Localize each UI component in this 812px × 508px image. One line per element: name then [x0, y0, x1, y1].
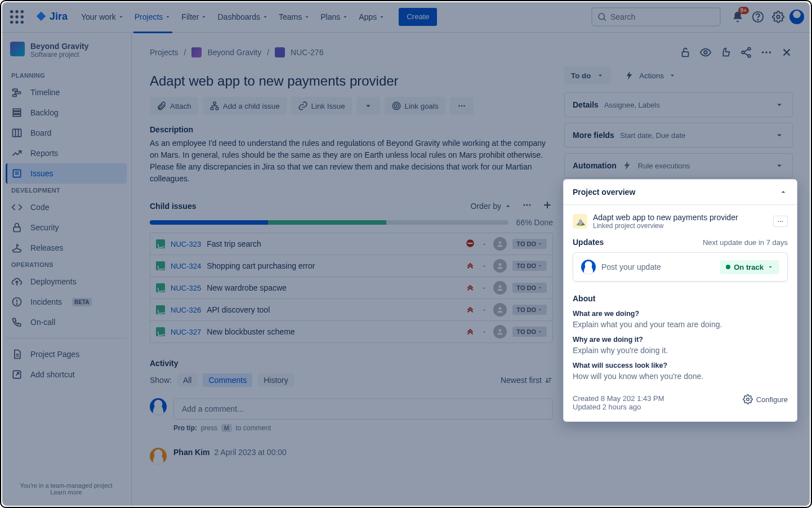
share-icon[interactable] [740, 46, 752, 59]
jira-logo[interactable]: Jira [28, 11, 74, 23]
configure-button[interactable]: Configure [743, 394, 788, 404]
svg-point-64 [499, 285, 502, 288]
comment-input[interactable]: Add a comment... [173, 398, 553, 420]
help-icon[interactable] [749, 8, 767, 26]
sidebar-item-pages[interactable]: Project Pages [6, 344, 127, 364]
link-dropdown-button[interactable] [356, 97, 380, 115]
description-text[interactable]: As an employee I'd need to understand th… [150, 137, 553, 185]
child-summary[interactable]: New wardrobe spacwe [207, 283, 459, 292]
sidebar-item-issues[interactable]: Issues [6, 163, 127, 184]
about-a3[interactable]: How will you know when you're done. [573, 372, 788, 381]
svg-point-5 [21, 15, 24, 18]
about-q2: Why are we doing it? [573, 336, 788, 344]
settings-icon[interactable] [769, 8, 787, 26]
bc-project[interactable]: Beyond Gravity [207, 48, 261, 57]
child-issue-row[interactable]: NUC-323 Fast trip search - TO DO [150, 233, 552, 255]
sidebar-item-code[interactable]: Code [6, 197, 127, 217]
child-summary[interactable]: Shopping cart purchasing error [207, 261, 459, 270]
about-a1[interactable]: Explain what you and your team are doing… [573, 320, 788, 329]
svg-point-13 [777, 15, 780, 19]
sidebar-item-timeline[interactable]: Timeline [6, 82, 127, 103]
details-panel[interactable]: DetailsAssignee, Labels [564, 92, 793, 117]
add-child-button[interactable]: Add a child issue [203, 97, 287, 115]
child-summary[interactable]: API discovery tool [207, 305, 459, 314]
child-key[interactable]: NUC-323 [171, 240, 201, 248]
profile-avatar[interactable] [789, 10, 804, 24]
issue-title[interactable]: Adapt web app to new payments provider [150, 73, 553, 89]
link-goals-button[interactable]: Link goals [385, 97, 445, 115]
add-child-icon[interactable] [542, 199, 553, 212]
more-fields-panel[interactable]: More fieldsStart date, Due date [564, 123, 793, 148]
watch-icon[interactable] [699, 46, 712, 59]
sidebar-item-incidents[interactable]: IncidentsBETA [6, 292, 127, 312]
tab-history[interactable]: History [258, 373, 294, 387]
vote-icon[interactable] [720, 46, 732, 59]
child-summary[interactable]: Fast trip search [207, 239, 459, 248]
child-status-dropdown[interactable]: TO DO [512, 305, 547, 315]
learn-more-link[interactable]: Learn more [11, 489, 121, 496]
link-issue-button[interactable]: Link Issue [291, 97, 352, 115]
chevron-down-icon [342, 14, 349, 20]
close-icon[interactable] [780, 46, 793, 59]
nav-projects[interactable]: Projects [130, 8, 176, 26]
assignee-avatar[interactable] [493, 325, 507, 338]
app-switcher-icon[interactable] [8, 8, 26, 26]
bc-key[interactable]: NUC-276 [291, 48, 323, 57]
on-track-dropdown[interactable]: On track [720, 260, 779, 274]
child-issue-row[interactable]: NUC-324 Shopping cart purchasing error -… [150, 255, 552, 277]
status-dropdown[interactable]: To do [564, 66, 611, 84]
child-key[interactable]: NUC-324 [171, 262, 201, 270]
child-issue-row[interactable]: NUC-327 New blockbuster scheme - TO DO [150, 321, 552, 342]
orderby-button[interactable]: Order by [471, 202, 512, 211]
sidebar-item-oncall[interactable]: On-call [6, 312, 127, 332]
tab-comments[interactable]: Comments [203, 373, 252, 387]
bc-projects[interactable]: Projects [150, 48, 179, 57]
alert-icon [11, 296, 23, 308]
sidebar-item-reports[interactable]: Reports [6, 143, 127, 163]
assignee-avatar[interactable] [493, 281, 507, 295]
child-status-dropdown[interactable]: TO DO [512, 327, 547, 337]
nav-teams[interactable]: Teams [274, 8, 315, 26]
automation-panel[interactable]: AutomationRule executions [564, 153, 793, 178]
actions-dropdown[interactable]: Actions [619, 66, 682, 84]
toolbar-more-button[interactable] [450, 97, 474, 115]
nav-plans[interactable]: Plans [316, 8, 353, 26]
more-icon[interactable] [760, 46, 773, 59]
linked-more-button[interactable] [773, 216, 788, 227]
child-status-dropdown[interactable]: TO DO [512, 239, 547, 249]
child-summary[interactable]: New blockbuster scheme [207, 327, 459, 336]
child-issue-row[interactable]: NUC-325 New wardrobe spacwe - TO DO [150, 277, 552, 299]
nav-your-work[interactable]: Your work [77, 8, 129, 26]
notifications-icon[interactable]: 9+ [729, 8, 747, 26]
sidebar-item-board[interactable]: Board [6, 123, 127, 143]
child-status-dropdown[interactable]: TO DO [512, 283, 547, 293]
sidebar-item-deployments[interactable]: Deployments [6, 271, 127, 292]
sidebar-item-releases[interactable]: Releases [6, 238, 127, 258]
about-a2[interactable]: Explain why you're doing it. [573, 346, 788, 355]
child-status-dropdown[interactable]: TO DO [512, 261, 547, 271]
sort-button[interactable]: Newest first [501, 376, 553, 385]
child-more-icon[interactable] [521, 199, 533, 212]
attach-button[interactable]: Attach [150, 97, 198, 115]
sidebar-item-security[interactable]: Security [6, 217, 127, 238]
linked-project-title[interactable]: Adapt web app to new payments provider [593, 213, 768, 222]
child-key[interactable]: NUC-327 [171, 328, 201, 336]
chevron-up-icon[interactable] [779, 188, 788, 197]
nav-apps[interactable]: Apps [354, 8, 390, 26]
sidebar-item-backlog[interactable]: Backlog [6, 103, 127, 123]
child-key[interactable]: NUC-326 [171, 306, 201, 314]
nav-dashboards[interactable]: Dashboards [213, 8, 273, 26]
assignee-avatar[interactable] [493, 303, 507, 317]
commenter-name[interactable]: Phan Kim [173, 448, 210, 457]
assignee-avatar[interactable] [493, 237, 507, 251]
child-issue-row[interactable]: NUC-326 API discovery tool - TO DO [150, 299, 552, 321]
sidebar-item-shortcut[interactable]: Add shortcut [6, 364, 127, 385]
child-key[interactable]: NUC-325 [171, 284, 201, 292]
tab-all[interactable]: All [177, 373, 198, 387]
nav-filter[interactable]: Filter [177, 8, 212, 26]
assignee-avatar[interactable] [493, 259, 507, 273]
search-input[interactable] [591, 7, 721, 26]
create-button[interactable]: Create [399, 8, 437, 26]
lock-icon[interactable] [679, 46, 691, 59]
post-update-box[interactable]: Post your update On track [573, 252, 788, 282]
